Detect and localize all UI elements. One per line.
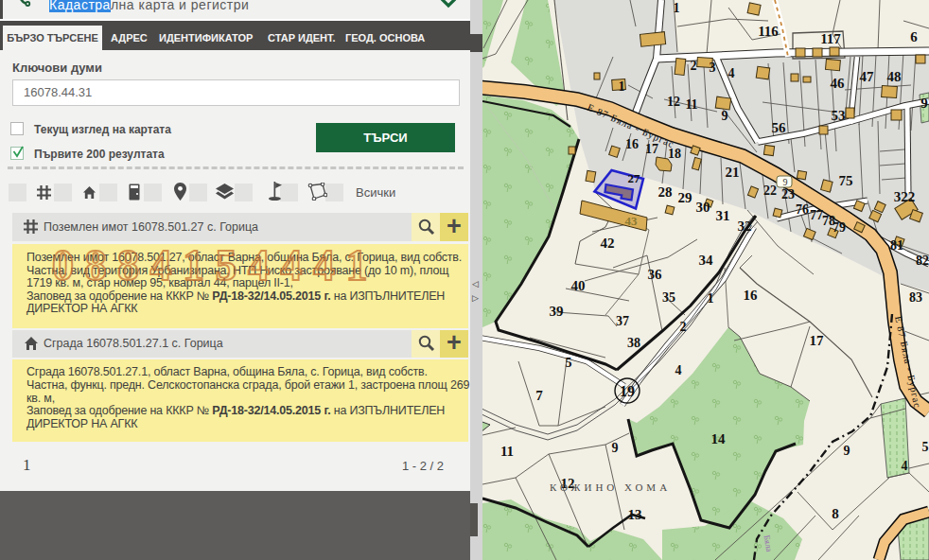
svg-text:16: 16 (625, 137, 639, 151)
svg-text:19: 19 (620, 383, 635, 399)
svg-text:36: 36 (648, 267, 663, 282)
svg-text:16: 16 (744, 288, 759, 303)
svg-text:30: 30 (696, 200, 710, 215)
svg-text:79: 79 (833, 220, 846, 235)
svg-text:КОЖИНО ХОМА: КОЖИНО ХОМА (550, 481, 671, 493)
svg-text:34: 34 (699, 253, 714, 268)
svg-text:83: 83 (909, 290, 922, 305)
svg-text:12: 12 (667, 95, 680, 109)
svg-text:53: 53 (832, 108, 846, 123)
svg-text:81: 81 (890, 238, 903, 253)
svg-text:21: 21 (726, 165, 740, 180)
svg-text:17: 17 (810, 333, 825, 348)
svg-text:32: 32 (738, 219, 752, 234)
svg-text:1: 1 (708, 291, 714, 306)
svg-text:5: 5 (566, 356, 572, 370)
svg-text:116: 116 (758, 24, 779, 39)
svg-text:29: 29 (678, 190, 692, 205)
svg-text:4: 4 (902, 459, 908, 473)
svg-text:40: 40 (571, 278, 586, 293)
svg-text:46: 46 (831, 76, 846, 91)
svg-text:8: 8 (832, 506, 839, 521)
svg-text:56: 56 (772, 120, 787, 135)
svg-text:322: 322 (894, 189, 916, 204)
svg-text:27: 27 (628, 171, 641, 185)
svg-text:47: 47 (860, 69, 875, 84)
svg-text:1: 1 (619, 79, 625, 94)
svg-text:39: 39 (550, 304, 564, 319)
svg-text:38: 38 (627, 336, 640, 350)
svg-text:9: 9 (920, 96, 928, 111)
svg-text:9: 9 (722, 109, 728, 123)
svg-text:82: 82 (916, 254, 929, 268)
svg-text:1: 1 (674, 1, 680, 15)
svg-text:117: 117 (820, 31, 841, 46)
svg-text:31: 31 (716, 208, 730, 223)
svg-text:48: 48 (887, 69, 902, 84)
svg-text:35: 35 (662, 290, 675, 305)
svg-text:23: 23 (781, 187, 795, 201)
svg-text:9: 9 (612, 441, 619, 455)
svg-text:4: 4 (728, 66, 735, 80)
svg-text:2: 2 (680, 320, 687, 334)
svg-text:28: 28 (658, 184, 673, 200)
svg-text:37: 37 (616, 314, 629, 328)
svg-text:77: 77 (810, 208, 823, 222)
svg-text:5: 5 (922, 440, 929, 454)
svg-text:4: 4 (675, 363, 682, 377)
svg-text:76: 76 (796, 202, 809, 217)
svg-text:3: 3 (710, 61, 716, 75)
svg-text:42: 42 (601, 236, 615, 251)
svg-text:6: 6 (910, 29, 918, 44)
svg-text:17: 17 (645, 142, 658, 156)
svg-text:75: 75 (839, 173, 853, 188)
svg-text:9: 9 (783, 177, 788, 187)
svg-text:14: 14 (711, 431, 727, 446)
svg-text:9: 9 (844, 444, 850, 458)
svg-text:43: 43 (625, 214, 639, 228)
svg-text:7: 7 (535, 388, 543, 403)
svg-text:2: 2 (691, 59, 697, 73)
svg-text:13: 13 (628, 507, 642, 522)
svg-text:22: 22 (763, 184, 777, 198)
svg-text:11: 11 (685, 97, 697, 112)
svg-text:11: 11 (500, 444, 514, 459)
